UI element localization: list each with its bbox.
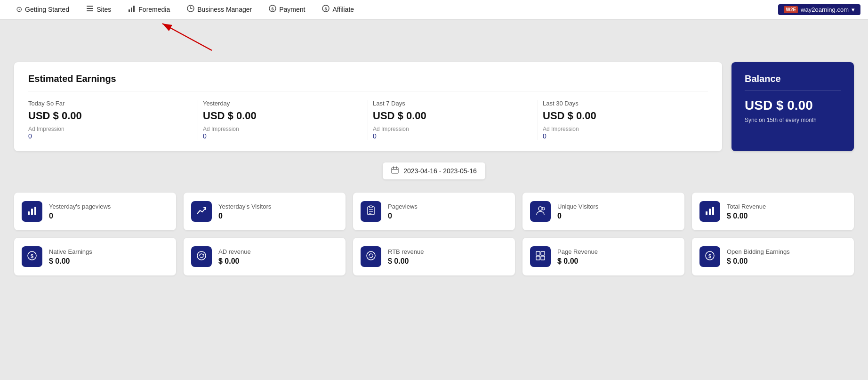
- svg-text:$: $: [708, 253, 711, 259]
- clipboard-icon: [366, 205, 376, 218]
- nav-label-payment: Payment: [279, 6, 305, 13]
- svg-rect-17: [28, 211, 30, 215]
- earnings-divider: [28, 91, 708, 91]
- ad-revenue-label: AD revenue: [218, 248, 251, 255]
- svg-rect-35: [541, 251, 545, 255]
- estimated-earnings-card: Estimated Earnings Today So Far USD $ 0.…: [14, 62, 722, 151]
- balance-divider: [745, 90, 841, 90]
- yesterday-amount: USD $ 0.00: [203, 110, 363, 122]
- svg-rect-19: [34, 207, 36, 215]
- svg-rect-28: [709, 209, 711, 215]
- nav-label-business-manager: Business Manager: [197, 6, 252, 13]
- main-content: Estimated Earnings Today So Far USD $ 0.…: [0, 53, 868, 292]
- yesterdays-visitors-value: 0: [218, 212, 271, 220]
- date-range-text: 2023-04-16 - 2023-05-16: [403, 167, 477, 175]
- brand-logo: W2E: [784, 6, 798, 13]
- open-bidding-info: Open Bidding Earnings $ 0.00: [727, 248, 790, 266]
- unique-visitors-label: Unique Visitors: [557, 203, 598, 210]
- stat-card-ad-revenue: AD revenue $ 0.00: [184, 238, 346, 275]
- native-earnings-icon-box: $: [22, 246, 42, 267]
- open-bidding-icon-box: $: [699, 246, 720, 267]
- page-revenue-info: Page Revenue $ 0.00: [557, 248, 598, 266]
- 30days-impression-label: Ad Impression: [543, 126, 703, 132]
- page-revenue-icon-box: [530, 246, 551, 267]
- unique-visitors-value: 0: [557, 212, 598, 220]
- balance-title: Balance: [745, 73, 841, 84]
- nav-item-affiliate[interactable]: $ Affiliate: [313, 0, 362, 20]
- svg-rect-34: [536, 251, 540, 255]
- rtb-revenue-label: RTB revenue: [388, 248, 424, 255]
- pageviews-value: 0: [388, 212, 418, 220]
- yesterday-impression-value: 0: [203, 132, 363, 140]
- yesterday-impression-label: Ad Impression: [203, 126, 363, 132]
- grid-icon: [535, 251, 546, 263]
- today-impression-label: Ad Impression: [28, 126, 193, 132]
- nav-item-getting-started[interactable]: ⊙ Getting Started: [8, 0, 78, 20]
- native-earnings-info: Native Earnings $ 0.00: [49, 248, 92, 266]
- pageviews-label: Pageviews: [388, 203, 418, 210]
- yesterdays-visitors-info: Yesterday's Visitors 0: [218, 203, 271, 220]
- svg-rect-18: [31, 209, 33, 215]
- 30days-impression-value: 0: [543, 132, 703, 140]
- affiliate-icon: $: [322, 5, 330, 14]
- svg-point-32: [197, 251, 206, 260]
- yesterdays-visitors-label: Yesterday's Visitors: [218, 203, 271, 210]
- earnings-grid: Today So Far USD $ 0.00 Ad Impression 0 …: [28, 100, 708, 140]
- stat-card-rtb-revenue: RTB revenue $ 0.00: [353, 238, 515, 275]
- stat-card-native-earnings: $ Native Earnings $ 0.00: [14, 238, 176, 275]
- stat-card-open-bidding: $ Open Bidding Earnings $ 0.00: [692, 238, 854, 275]
- svg-rect-5: [133, 6, 135, 12]
- pageviews-icon-box: [361, 201, 381, 222]
- rtb-revenue-info: RTB revenue $ 0.00: [388, 248, 424, 266]
- yesterdays-pageviews-label: Yesterday's pageviews: [49, 203, 111, 210]
- svg-rect-13: [392, 168, 398, 173]
- nav-item-sites[interactable]: Sites: [78, 0, 120, 20]
- nav-label-foremedia: Foremedia: [138, 6, 170, 13]
- rtb-revenue-icon-box: [361, 246, 381, 267]
- svg-rect-21: [370, 206, 372, 208]
- total-revenue-value: $ 0.00: [727, 212, 766, 220]
- page-revenue-label: Page Revenue: [557, 248, 598, 255]
- stat-cards-row2: $ Native Earnings $ 0.00: [14, 238, 854, 275]
- stat-cards-row1: Yesterday's pageviews 0 Yesterday's Visi…: [14, 193, 854, 230]
- person-icon: [535, 205, 546, 218]
- ad-revenue-icon-box: [191, 246, 212, 267]
- stat-card-pageviews: Pageviews 0: [353, 193, 515, 230]
- svg-rect-27: [706, 211, 707, 215]
- nav-brand[interactable]: W2E way2earning.com ▾: [778, 4, 860, 15]
- yesterday-period: Yesterday: [203, 100, 363, 107]
- svg-line-12: [162, 24, 212, 50]
- trend-up-icon: [196, 205, 207, 218]
- dollar-circle2-icon: $: [705, 251, 715, 263]
- calendar-icon: [391, 166, 399, 176]
- earnings-col-today: Today So Far USD $ 0.00 Ad Impression 0: [28, 100, 198, 140]
- 7days-impression-label: Ad Impression: [373, 126, 533, 132]
- total-revenue-label: Total Revenue: [727, 203, 766, 210]
- earnings-col-30days: Last 30 Days USD $ 0.00 Ad Impression 0: [538, 100, 708, 140]
- nav-item-foremedia[interactable]: Foremedia: [120, 0, 178, 20]
- open-bidding-value: $ 0.00: [727, 257, 790, 266]
- nav-item-payment[interactable]: $ Payment: [260, 0, 313, 20]
- total-revenue-info: Total Revenue $ 0.00: [727, 203, 766, 220]
- svg-rect-3: [129, 9, 130, 12]
- arrow-annotation: [0, 20, 868, 53]
- yesterdays-pageviews-info: Yesterday's pageviews 0: [49, 203, 111, 220]
- brand-chevron-icon: ▾: [852, 6, 855, 13]
- svg-rect-2: [87, 10, 93, 11]
- balance-sync-note: Sync on 15th of every month: [745, 117, 841, 123]
- refresh-icon: [366, 251, 376, 263]
- nav-label-affiliate: Affiliate: [332, 6, 354, 13]
- date-range-picker[interactable]: 2023-04-16 - 2023-05-16: [383, 162, 485, 179]
- stat-card-total-revenue: Total Revenue $ 0.00: [692, 193, 854, 230]
- getting-started-icon: ⊙: [16, 5, 22, 14]
- 30days-amount: USD $ 0.00: [543, 110, 703, 122]
- balance-amount: USD $ 0.00: [745, 98, 841, 113]
- nav-item-business-manager[interactable]: Business Manager: [178, 0, 260, 20]
- svg-rect-4: [131, 8, 132, 12]
- brand-label: way2earning.com: [801, 6, 849, 13]
- stat-card-yesterdays-visitors: Yesterday's Visitors 0: [184, 193, 346, 230]
- ad-revenue-info: AD revenue $ 0.00: [218, 248, 251, 266]
- today-impression-value: 0: [28, 132, 193, 140]
- foremedia-icon: [128, 5, 136, 14]
- date-range-row: 2023-04-16 - 2023-05-16: [14, 162, 854, 179]
